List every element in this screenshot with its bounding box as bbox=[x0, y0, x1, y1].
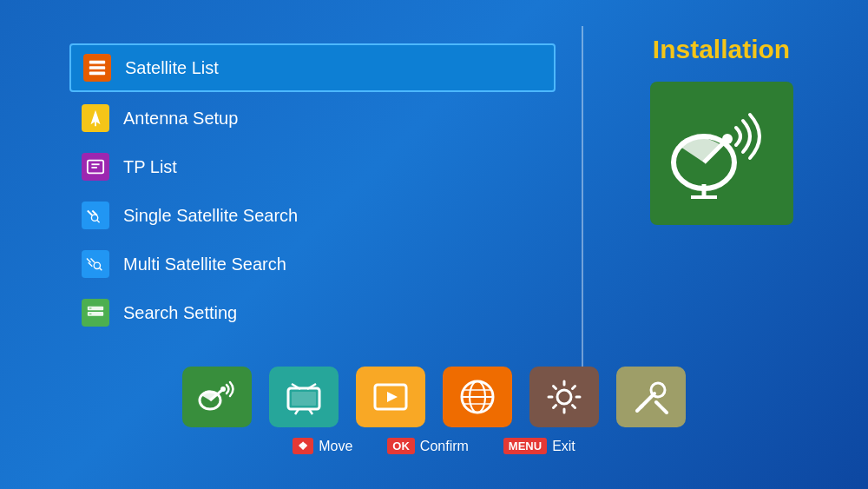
move-label: Move bbox=[319, 439, 352, 454]
svg-point-15 bbox=[94, 262, 100, 268]
left-panel: Satellite List Antenna Setup TP List bbox=[69, 26, 556, 420]
dock-tools-icon bbox=[630, 376, 672, 418]
dock-satellite[interactable] bbox=[182, 367, 252, 427]
svg-rect-20 bbox=[89, 314, 92, 314]
exit-label: Exit bbox=[552, 439, 575, 454]
dock-tv[interactable] bbox=[269, 367, 339, 427]
svg-point-44 bbox=[651, 383, 665, 397]
dock-settings-icon bbox=[543, 376, 585, 418]
right-panel: Installation bbox=[609, 26, 833, 420]
dock-settings[interactable] bbox=[529, 367, 599, 427]
status-confirm: OK Confirm bbox=[387, 438, 469, 454]
move-key: ❖ bbox=[293, 438, 313, 454]
svg-line-12 bbox=[87, 259, 91, 263]
status-exit: MENU Exit bbox=[503, 438, 575, 454]
satellite-icon-box bbox=[650, 82, 793, 225]
dock-media[interactable] bbox=[356, 367, 425, 427]
menu-label-satellite-list: Satellite List bbox=[125, 58, 219, 78]
satellite-illustration bbox=[665, 97, 778, 210]
confirm-label: Confirm bbox=[420, 439, 469, 454]
svg-line-13 bbox=[91, 259, 95, 263]
svg-rect-0 bbox=[89, 61, 105, 64]
installation-title: Installation bbox=[653, 35, 790, 64]
dock-media-icon bbox=[370, 376, 411, 418]
svg-line-14 bbox=[89, 262, 93, 267]
svg-point-28 bbox=[220, 387, 226, 392]
svg-line-46 bbox=[656, 402, 667, 413]
menu-label-single-satellite-search: Single Satellite Search bbox=[123, 206, 298, 226]
svg-marker-36 bbox=[387, 392, 398, 402]
menu-item-satellite-list[interactable]: Satellite List bbox=[69, 43, 556, 92]
svg-rect-2 bbox=[89, 72, 105, 76]
svg-rect-19 bbox=[89, 308, 92, 309]
svg-point-23 bbox=[722, 134, 733, 144]
svg-line-45 bbox=[637, 406, 642, 411]
menu-label-tp-list: TP List bbox=[123, 157, 177, 177]
menu-item-single-satellite-search[interactable]: Single Satellite Search bbox=[69, 193, 556, 238]
menu-item-antenna-setup[interactable]: Antenna Setup bbox=[69, 96, 556, 141]
ok-key: OK bbox=[387, 438, 415, 454]
svg-point-10 bbox=[91, 215, 97, 221]
dock-satellite-icon bbox=[196, 376, 238, 418]
status-move: ❖ Move bbox=[293, 438, 352, 454]
menu-label-multi-satellite-search: Multi Satellite Search bbox=[123, 254, 286, 274]
status-bar: ❖ Move OK Confirm MENU Exit bbox=[293, 438, 575, 454]
multi-search-icon bbox=[82, 250, 109, 278]
satellite-list-icon bbox=[83, 54, 111, 82]
bottom-bar: ❖ Move OK Confirm MENU Exit bbox=[0, 367, 868, 454]
svg-rect-34 bbox=[292, 392, 316, 406]
menu-item-multi-satellite-search[interactable]: Multi Satellite Search bbox=[69, 241, 556, 287]
single-search-icon bbox=[82, 202, 109, 229]
search-setting-icon bbox=[82, 299, 109, 327]
menu-key: MENU bbox=[503, 438, 547, 454]
dock-internet[interactable] bbox=[443, 367, 512, 427]
menu-item-tp-list[interactable]: TP List bbox=[69, 144, 556, 189]
menu-item-search-setting[interactable]: Search Setting bbox=[69, 290, 556, 335]
menu-label-search-setting: Search Setting bbox=[123, 303, 237, 323]
antenna-icon bbox=[82, 104, 109, 132]
tp-list-icon bbox=[82, 153, 109, 181]
svg-point-42 bbox=[557, 390, 571, 404]
svg-rect-1 bbox=[89, 66, 105, 69]
dock-internet-icon bbox=[457, 376, 498, 418]
svg-line-8 bbox=[88, 211, 93, 216]
vertical-divider bbox=[582, 26, 583, 420]
dock-tools[interactable] bbox=[616, 367, 686, 427]
dock-tv-icon bbox=[283, 376, 325, 418]
dock-icons bbox=[182, 367, 686, 427]
svg-line-16 bbox=[100, 268, 102, 271]
svg-line-11 bbox=[97, 221, 100, 223]
menu-label-antenna-setup: Antenna Setup bbox=[123, 109, 238, 129]
